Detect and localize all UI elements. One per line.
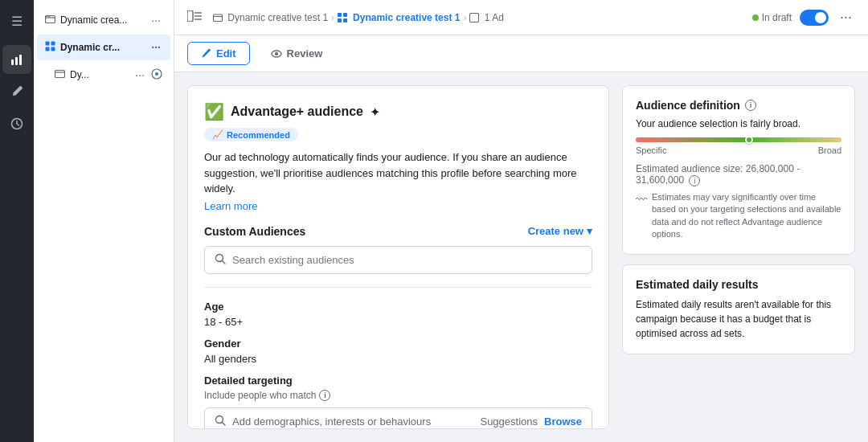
- svg-rect-2: [19, 55, 22, 65]
- nav-item-dy[interactable]: Dy... ···: [37, 62, 170, 88]
- svg-line-22: [223, 422, 226, 425]
- edit-button[interactable]: Edit: [187, 42, 250, 65]
- folder-icon: [45, 14, 55, 27]
- breadcrumb: Dynamic creative test 1 › Dynamic creati…: [213, 12, 504, 23]
- nav-panel: Dynamic crea... ··· Dynamic cr... ··· Dy…: [34, 0, 174, 442]
- targeting-include-row: Include people who match i: [204, 390, 592, 401]
- breadcrumb-area: Dynamic creative test 1 › Dynamic creati…: [187, 10, 746, 25]
- custom-audiences-header: Custom Audiences Create new ▾: [204, 225, 592, 238]
- progress-bar-fill: [636, 137, 841, 142]
- svg-rect-5: [46, 42, 50, 46]
- breadcrumb-item-2[interactable]: Dynamic creative test 1: [338, 12, 460, 23]
- audience-definition-subtitle: Your audience selection is fairly broad.: [636, 118, 841, 129]
- search-audiences-input[interactable]: [232, 254, 582, 266]
- review-button[interactable]: Review: [258, 43, 336, 64]
- search-audiences-box[interactable]: [204, 246, 592, 274]
- svg-rect-4: [46, 16, 55, 23]
- check-circle-icon: ✅: [204, 102, 224, 121]
- recommended-label: Recommended: [227, 130, 290, 140]
- svg-rect-11: [187, 10, 193, 22]
- top-bar: Dynamic creative test 1 › Dynamic creati…: [174, 0, 868, 35]
- svg-rect-1: [15, 57, 18, 65]
- nav-item-label-2: Dynamic cr...: [60, 42, 145, 53]
- top-bar-right: In draft ···: [752, 6, 855, 29]
- custom-audiences-title: Custom Audiences: [204, 225, 305, 238]
- targeting-search-box[interactable]: Add demographics, interests or behaviour…: [204, 407, 592, 430]
- browse-link[interactable]: Browse: [544, 415, 582, 428]
- advantage-title: Advantage+ audience: [231, 104, 363, 119]
- advantage-description: Our ad technology automatically finds yo…: [204, 149, 592, 197]
- breadcrumb-item-1[interactable]: Dynamic creative test 1: [213, 12, 328, 23]
- create-new-button[interactable]: Create new ▾: [528, 225, 592, 237]
- audience-definition-card: Audience definition i Your audience sele…: [622, 85, 855, 255]
- estimates-note: 〰 Estimates may vary significantly over …: [636, 191, 841, 241]
- folder-icon-3: [55, 68, 65, 81]
- nav-more-1[interactable]: ···: [149, 12, 162, 28]
- main-panel: ✅ Advantage+ audience ✦ 📈 Recommended Ou…: [187, 85, 609, 429]
- divider-1: [204, 287, 592, 288]
- progress-labels: Specific Broad: [636, 145, 841, 155]
- svg-rect-6: [51, 42, 55, 46]
- targeting-actions: Suggestions Browse: [480, 415, 582, 428]
- content-area: ✅ Advantage+ audience ✦ 📈 Recommended Ou…: [174, 72, 868, 442]
- draft-badge: In draft: [752, 12, 792, 23]
- audience-definition-title: Audience definition i: [636, 99, 841, 112]
- draft-dot: [752, 14, 759, 21]
- suggestions-link[interactable]: Suggestions: [480, 415, 538, 428]
- nav-item-dynamic-cr[interactable]: Dynamic cr... ···: [37, 35, 170, 60]
- chevron-down-icon: ▾: [587, 225, 592, 237]
- breadcrumb-sep-2: ›: [463, 12, 466, 23]
- search-icon: [215, 253, 226, 267]
- age-value: 18 - 65+: [204, 316, 592, 328]
- estimates-wave-icon: 〰: [636, 192, 647, 208]
- age-label: Age: [204, 301, 592, 313]
- audience-size-info-icon[interactable]: i: [689, 175, 700, 186]
- main-area: Dynamic creative test 1 › Dynamic creati…: [174, 0, 868, 442]
- svg-rect-8: [51, 47, 55, 51]
- rec-chart-icon: 📈: [212, 129, 223, 140]
- edit-pencil-icon: [201, 48, 211, 59]
- action-bar: Edit Review: [174, 35, 868, 72]
- nav-item-label-3: Dy...: [70, 69, 129, 80]
- menu-icon[interactable]: ☰: [2, 6, 31, 35]
- status-toggle[interactable]: [800, 10, 829, 26]
- targeting-search-left: Add demographics, interests or behaviour…: [215, 415, 431, 428]
- sparkle-icon: ✦: [370, 104, 380, 120]
- draft-label: In draft: [762, 12, 792, 23]
- recommended-badge: 📈 Recommended: [204, 128, 298, 141]
- progress-bar-bg: [636, 137, 841, 142]
- breadcrumb-sep-1: ›: [331, 12, 334, 23]
- nav-more-2[interactable]: ···: [149, 39, 162, 55]
- edit-icon[interactable]: [2, 77, 31, 106]
- svg-line-20: [223, 260, 226, 264]
- review-eye-icon: [271, 48, 282, 59]
- right-panel: Audience definition i Your audience sele…: [622, 85, 855, 429]
- nav-toggle-3[interactable]: [151, 68, 162, 82]
- info-icon[interactable]: i: [319, 390, 330, 401]
- chart-icon[interactable]: [2, 45, 31, 74]
- breadcrumb-item-3[interactable]: 1 Ad: [469, 12, 503, 23]
- learn-more-link[interactable]: Learn more: [204, 200, 257, 212]
- nav-item-dynamic-crea[interactable]: Dynamic crea... ···: [37, 7, 170, 33]
- clock-icon[interactable]: [2, 109, 31, 138]
- svg-rect-16: [470, 14, 479, 23]
- gender-label: Gender: [204, 338, 592, 350]
- sidebar: ☰: [0, 0, 34, 442]
- svg-point-18: [275, 52, 278, 55]
- more-options-button[interactable]: ···: [837, 6, 855, 29]
- toggle-track[interactable]: [800, 10, 829, 26]
- toggle-thumb: [815, 12, 826, 23]
- nav-item-label-1: Dynamic crea...: [60, 14, 145, 26]
- grid-icon: [45, 41, 55, 54]
- targeting-search-icon: [215, 415, 226, 428]
- svg-rect-15: [214, 14, 223, 22]
- daily-results-title: Estimated daily results: [636, 278, 841, 291]
- progress-container: Specific Broad: [636, 137, 841, 155]
- sidebar-toggle-icon[interactable]: [187, 10, 202, 25]
- svg-rect-7: [46, 47, 50, 51]
- audience-def-info-icon[interactable]: i: [745, 100, 756, 111]
- svg-rect-0: [11, 59, 14, 65]
- audience-size: Estimated audience size: 26,800,000 - 31…: [636, 163, 841, 186]
- nav-more-3[interactable]: ···: [133, 67, 146, 83]
- advantage-header: ✅ Advantage+ audience ✦: [204, 102, 592, 121]
